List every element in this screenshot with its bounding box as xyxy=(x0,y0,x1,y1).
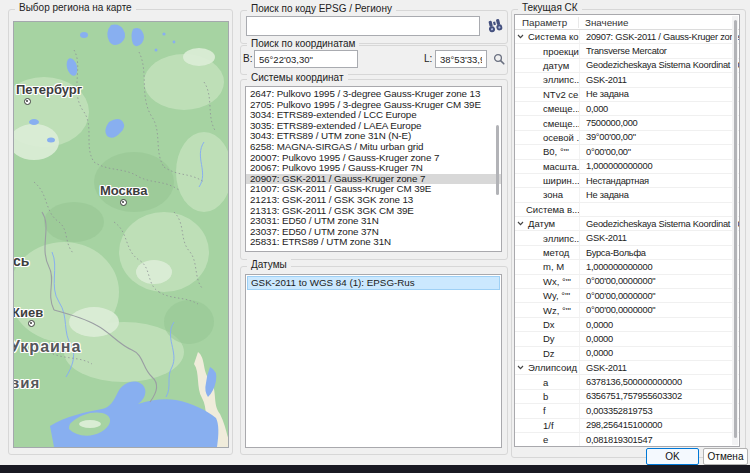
param-name-cell: Wz, °'" xyxy=(515,305,579,316)
param-name-cell: эллипс... xyxy=(515,233,579,244)
cs-param-row[interactable]: Wz, °'"0°00'00,0000000" xyxy=(515,303,739,317)
param-name-cell: e xyxy=(515,434,579,445)
current-cs-group-title: Текущая СК xyxy=(518,2,582,13)
param-value-cell: 1,000000000000 xyxy=(579,160,739,173)
param-value-cell: 0,0000 xyxy=(579,347,739,360)
param-value-cell: Бурса-Вольфа xyxy=(579,246,739,259)
map-place-label: Киев xyxy=(13,305,43,320)
crs-group-title: Системы координат xyxy=(247,72,348,83)
cs-param-row[interactable]: Dx0,0000 xyxy=(515,318,739,332)
epsg-search-input[interactable] xyxy=(246,16,480,36)
param-name-cell: метод xyxy=(515,247,579,258)
cs-param-row[interactable]: эллипс...GSK-2011 xyxy=(515,231,739,245)
param-name-cell: f xyxy=(515,405,579,416)
crs-list-item[interactable]: 21313: GSK-2011 / GSK 3GK CM 39E xyxy=(246,206,501,217)
chevron-down-icon[interactable] xyxy=(517,34,527,39)
crs-list-item[interactable]: 3043: ETRS89 / UTM zone 31N (N-E) xyxy=(246,131,501,142)
param-value-cell: 0°00'00,00" xyxy=(579,145,739,158)
cs-param-row[interactable]: ЭллипсоидGSK-2011 xyxy=(515,361,739,375)
datum-list-item[interactable]: GSK-2011 to WGS 84 (1): EPSG-Rus xyxy=(248,277,499,289)
value-column-header: Значение xyxy=(579,17,739,28)
cs-param-row[interactable]: осевой ...39°00'00,00" xyxy=(515,131,739,145)
crs-list-item[interactable]: 3034: ETRS89-extended / LCC Europe xyxy=(246,110,501,121)
cs-params-header: Параметр Значение xyxy=(515,15,739,30)
cs-param-row[interactable]: Wy, °'"0°00'00,0000000" xyxy=(515,289,739,303)
crs-list-item[interactable]: 21007: GSK-2011 / Gauss-Kruger CM 39E xyxy=(246,184,501,195)
crs-list-item[interactable]: 21213: GSK-2011 / GSK 3GK zone 13 xyxy=(246,195,501,206)
cs-param-row[interactable]: a6378136,500000000000 xyxy=(515,375,739,389)
datums-list: GSK-2011 to WGS 84 (1): EPSG-Rus xyxy=(245,274,502,448)
cs-param-row[interactable]: m, M1,000000000000 xyxy=(515,260,739,274)
param-value-cell: GSK-2011 xyxy=(579,73,739,86)
cs-params-rows: Система ко...20907: GSK-2011 / Gauss-Kru… xyxy=(515,30,739,447)
cs-param-row[interactable]: e0,081819301547 xyxy=(515,433,739,447)
param-value-cell: GSK-2011 xyxy=(579,361,739,374)
cs-param-row[interactable]: f0,003352819753 xyxy=(515,404,739,418)
cs-param-row[interactable]: методБурса-Вольфа xyxy=(515,246,739,260)
crs-list-item[interactable]: 23031: ED50 / UTM zone 31N xyxy=(246,216,501,227)
cs-params-table: Параметр Значение Система ко...20907: GS… xyxy=(514,14,740,447)
crs-list-item[interactable]: 2705: Pulkovo 1995 / 3-degree Gauss-Krug… xyxy=(246,100,501,111)
param-name-cell: Датум xyxy=(515,218,579,229)
cancel-button[interactable]: Отмена xyxy=(703,448,748,465)
cs-param-row[interactable]: Wx, °'"0°00'00,0000000" xyxy=(515,275,739,289)
cs-param-row[interactable]: ширин...Нестандартная xyxy=(515,174,739,188)
cs-param-row[interactable]: эллипс...GSK-2011 xyxy=(515,73,739,87)
param-name-cell: a xyxy=(515,377,579,388)
param-name-cell: Эллипсоид xyxy=(515,362,579,373)
cs-param-row[interactable]: Dy0,0000 xyxy=(515,332,739,346)
datums-group-title: Датумы xyxy=(247,259,291,270)
params-scrollbar-thumb[interactable] xyxy=(734,20,737,438)
cs-param-row[interactable]: проекцияTransverse Mercator xyxy=(515,44,739,58)
cs-param-row[interactable]: датумGeodezicheskaya Sistema Koordinat 2… xyxy=(515,59,739,73)
param-value-cell: 0°00'00,0000000" xyxy=(579,289,739,302)
find-by-code-button[interactable] xyxy=(484,15,505,36)
crs-list-item[interactable]: 25831: ETRS89 / UTM zone 31N xyxy=(246,237,501,248)
l-coordinate-input[interactable] xyxy=(435,50,487,68)
param-column-header: Параметр xyxy=(515,17,579,28)
cs-param-row[interactable]: Система в... xyxy=(515,203,739,217)
cs-param-row[interactable]: 1/f298,256415100000 xyxy=(515,419,739,433)
cs-param-row[interactable]: ДатумGeodezicheskaya Sistema Koordinat 2… xyxy=(515,217,739,231)
crs-list-item[interactable]: 2647: Pulkovo 1995 / 3-degree Gauss-Krug… xyxy=(246,89,501,100)
param-name-cell: проекция xyxy=(515,46,579,57)
cs-param-row[interactable]: b6356751,757955603302 xyxy=(515,390,739,404)
cs-param-row[interactable]: Dz0,0000 xyxy=(515,347,739,361)
cs-param-row[interactable]: Система ко...20907: GSK-2011 / Gauss-Kru… xyxy=(515,30,739,44)
bottom-window-edge xyxy=(0,465,750,473)
crs-list-item[interactable]: 20067: Pulkovo 1995 / Gauss-Kruger 7N xyxy=(246,163,501,174)
map-place-label: сь xyxy=(13,253,29,269)
crs-list-scrollbar[interactable] xyxy=(496,125,499,195)
chevron-down-icon[interactable] xyxy=(517,365,527,370)
cs-param-row[interactable]: смеще...0,000 xyxy=(515,102,739,116)
crs-list-item[interactable]: 3035: ETRS89-extended / LAEA Europe xyxy=(246,121,501,132)
param-value-cell: Не задана xyxy=(579,188,739,201)
cs-param-row[interactable]: NTv2 се...Не задана xyxy=(515,88,739,102)
params-scrollbar[interactable] xyxy=(732,16,738,445)
param-name-cell: B0, °'" xyxy=(515,146,579,157)
crs-list-item[interactable]: 20907: GSK-2011 / Gauss-Kruger zone 7 xyxy=(246,174,501,185)
crs-list-item[interactable]: 20007: Pulkovo 1995 / Gauss-Kruger zone … xyxy=(246,153,501,164)
param-name-cell: зона xyxy=(515,189,579,200)
cs-param-row[interactable]: масшта...1,000000000000 xyxy=(515,160,739,174)
param-value-cell: 6378136,500000000000 xyxy=(579,375,739,388)
param-value-cell: 1,000000000000 xyxy=(579,260,739,273)
param-name-cell: Wy, °'" xyxy=(515,290,579,301)
map-region-group-title: Выбор региона на карте xyxy=(15,2,136,13)
crs-list-item[interactable]: 23037: ED50 / UTM zone 37N xyxy=(246,227,501,238)
city-marker xyxy=(24,98,31,105)
chevron-down-icon[interactable] xyxy=(517,221,527,226)
param-name-cell: осевой ... xyxy=(515,132,579,143)
crs-list-item[interactable]: 6258: MAGNA-SIRGAS / Mitu urban grid xyxy=(246,142,501,153)
param-name-cell: смеще... xyxy=(515,118,579,129)
b-coordinate-input[interactable] xyxy=(254,50,358,68)
binoculars-icon xyxy=(486,17,503,33)
find-by-coords-button[interactable] xyxy=(490,51,507,67)
ok-button[interactable]: OK xyxy=(646,448,699,465)
cs-param-row[interactable]: смеще...7500000,000 xyxy=(515,116,739,130)
region-map[interactable]: ПетербургМосквасьКиевУкраинавия xyxy=(13,21,229,448)
cs-param-row[interactable]: зонаНе задана xyxy=(515,188,739,202)
cs-param-row[interactable]: B0, °'"0°00'00,00" xyxy=(515,145,739,159)
param-name-cell: масшта... xyxy=(515,161,579,172)
param-value-cell: 20907: GSK-2011 / Gauss-Kruger zone 7 xyxy=(579,30,739,43)
